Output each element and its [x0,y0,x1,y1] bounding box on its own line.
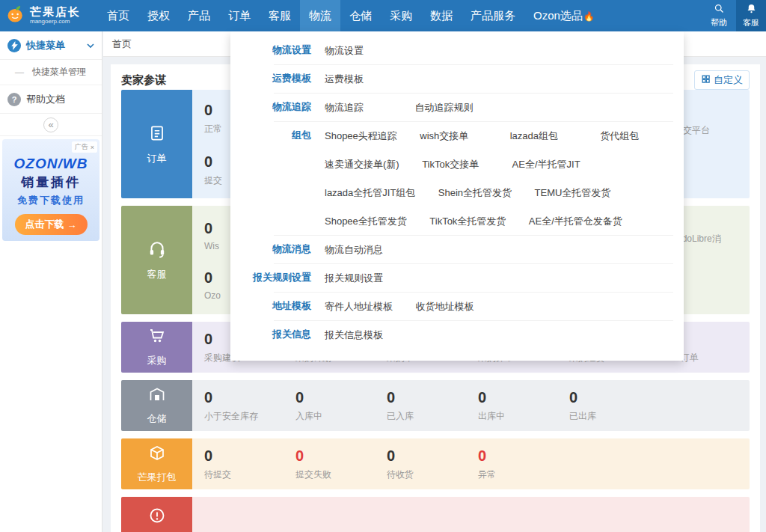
menu-item-tiktok-handover[interactable]: TikTok交接单 [422,150,489,178]
dropdown-category[interactable]: 物流追踪 [230,93,325,121]
nav-home[interactable]: 首页 [98,0,138,31]
panel-title: 卖家参谋 [121,73,166,88]
menu-item-temu-fully-managed[interactable]: TEMU全托管发货 [535,179,611,207]
stat-exceptions[interactable]: 0 异常 [478,447,569,489]
sidebar-item-quick-menu[interactable]: 快捷菜单 [0,31,102,60]
dropdown-section-customs-info: 报关信息 报关信息模板 [230,320,684,349]
nav-orders[interactable]: 订单 [219,0,260,31]
stat-submit-failed[interactable]: 0 提交失败 [295,447,387,489]
breadcrumb-home[interactable]: 首页 [112,37,132,51]
topbar-right: 帮助 客服 [702,0,766,31]
nav-product-services[interactable]: 产品服务 [462,0,524,31]
menu-item-shopee-fully-managed[interactable]: Shopee全托管发货 [325,207,407,235]
customize-label: 自定义 [714,73,743,87]
nav-ozon-selection[interactable]: Ozon选品🔥 [524,0,604,31]
tile-label: 芒果打包 [138,471,177,484]
menu-item-receiver-address-template[interactable]: 收货地址模板 [415,293,482,320]
menu-item-customs-info-template[interactable]: 报关信息模板 [325,321,392,349]
menu-item-aliexpress-handover-new[interactable]: 速卖通交接单(新) [325,150,399,178]
warehouse-icon [148,385,166,406]
dropdown-category[interactable]: 报关信息 [230,320,325,349]
stat-label: 待收货 [387,468,478,481]
dropdown-category[interactable]: 地址模板 [230,292,325,320]
stat-value: 0 [387,389,478,406]
logistics-dropdown-menu: 物流设置 物流设置 运费模板 运费模板 物流追踪 物流追踪 自动追踪规则 组包 … [230,31,684,361]
dropdown-section-logistics-messages: 物流消息 物流自动消息 [230,235,684,263]
service-button[interactable]: 客服 [736,0,766,31]
collapse-icon: « [43,117,58,132]
ad-download-button[interactable]: 点击下载 → [15,214,88,235]
help-label: 帮助 [711,17,727,28]
bell-icon [746,3,757,16]
menu-item-shein-fully-managed[interactable]: Shein全托管发货 [438,179,512,207]
ad-close-icon[interactable]: × [91,144,94,151]
stat-pending-submit[interactable]: 0 待提交 [204,447,295,489]
alert-icon [148,507,166,528]
menu-item-wish-handover[interactable]: wish交接单 [420,122,487,150]
nav-logistics[interactable]: 物流 [300,0,340,31]
ad-banner[interactable]: 广告 × OZON/WB 销量插件 免费下载使用 点击下载 → [2,139,99,241]
mango-icon [5,4,26,28]
dropdown-section-shipping-template: 运费模板 运费模板 [230,64,684,93]
menu-item-logistics-auto-messages[interactable]: 物流自动消息 [325,236,392,263]
sidebar-item-help-docs[interactable]: ? 帮助文档 [0,85,102,114]
sidebar-collapse-button[interactable]: « [0,114,102,136]
dropdown-category[interactable]: 物流消息 [230,235,325,263]
tile-label: 仓储 [147,412,167,426]
dropdown-category[interactable]: 报关规则设置 [230,263,325,292]
menu-item-logistics-settings[interactable]: 物流设置 [325,37,392,64]
dropdown-category[interactable]: 物流设置 [230,36,325,64]
nav-data[interactable]: 数据 [421,0,462,31]
mango-packing-tile[interactable]: 芒果打包 [121,438,192,489]
dash-icon: — [15,67,24,78]
stat-inbound-in-progress[interactable]: 0 入库中 [295,389,387,431]
menu-item-lazada-packing[interactable]: lazada组包 [510,122,577,150]
menu-item-sender-address-template[interactable]: 寄件人地址模板 [325,293,393,320]
dropdown-section-packing: 组包 Shopee头程追踪 wish交接单 lazada组包 货代组包 速卖通交… [230,121,684,235]
stat-label: 待提交 [204,468,295,481]
menu-item-tiktok-fully-managed[interactable]: TikTok全托管发货 [429,207,506,235]
authorization-expired-tile[interactable]: 授权失效 [121,497,192,532]
quick-menu-manage-label: 快捷菜单管理 [32,66,86,79]
orders-tile[interactable]: 订单 [121,90,192,198]
stat-value: 0 [478,447,569,465]
sidebar-item-quick-menu-manage[interactable]: — 快捷菜单管理 [0,60,102,85]
stat-pending-receipt[interactable]: 0 待收货 [387,447,478,489]
menu-item-shipping-template[interactable]: 运费模板 [325,65,392,93]
nav-authorization[interactable]: 授权 [138,0,179,31]
purchasing-tile[interactable]: 采购 [121,322,192,373]
customize-button[interactable]: 自定义 [694,70,750,90]
dashboard-row-mango-packing: 芒果打包 0 待提交 0 提交失败 0 待收货 0 异常 [121,438,750,489]
nav-products[interactable]: 产品 [179,0,219,31]
nav-customer-service[interactable]: 客服 [260,0,300,31]
menu-item-shopee-first-leg-tracking[interactable]: Shopee头程追踪 [325,122,397,150]
nav-purchasing[interactable]: 采购 [381,0,421,31]
stat-inbound-done[interactable]: 0 已入库 [387,389,478,431]
stat-below-safety-stock[interactable]: 0 小于安全库存 [204,389,295,431]
mango-packing-stats: 0 待提交 0 提交失败 0 待收货 0 异常 [192,438,569,489]
stat-outbound-done[interactable]: 0 已出库 [569,389,661,431]
menu-item-ae-warehouse-prep[interactable]: AE全/半托管仓发备货 [529,207,622,235]
stat-outbound-in-progress[interactable]: 0 出库中 [478,389,569,431]
nav-warehouse[interactable]: 仓储 [340,0,381,31]
warehouse-tile[interactable]: 仓储 [121,380,192,431]
question-icon: ? [7,93,21,106]
stat-value: 0 [569,389,661,406]
menu-item-ae-jit[interactable]: AE全/半托管JIT [512,150,580,178]
stat-value: 0 [295,389,387,406]
ad-subheadline: 销量插件 [2,174,99,191]
help-button[interactable]: 帮助 [702,0,736,31]
menu-item-auto-tracking-rules[interactable]: 自动追踪规则 [414,94,482,121]
customer-service-tile[interactable]: 客服 [121,206,192,314]
dropdown-category[interactable]: 运费模板 [230,64,325,93]
menu-item-logistics-tracking[interactable]: 物流追踪 [325,94,392,121]
top-navbar: 芒果店长 mangoerp.com 首页 授权 产品 订单 客服 物流 仓储 采… [0,0,766,31]
tile-label: 采购 [147,354,167,367]
menu-item-customs-rules-settings[interactable]: 报关规则设置 [325,264,392,292]
stat-label: 异常 [478,468,569,481]
dropdown-category[interactable]: 组包 [230,121,325,235]
menu-item-forwarder-packing[interactable]: 货代组包 [600,122,667,150]
menu-item-lazada-fbl-jit-packing[interactable]: lazada全托管JIT组包 [325,179,415,207]
stat-label-fragment: 交平台 [683,124,710,137]
app-logo[interactable]: 芒果店长 mangoerp.com [0,0,98,31]
